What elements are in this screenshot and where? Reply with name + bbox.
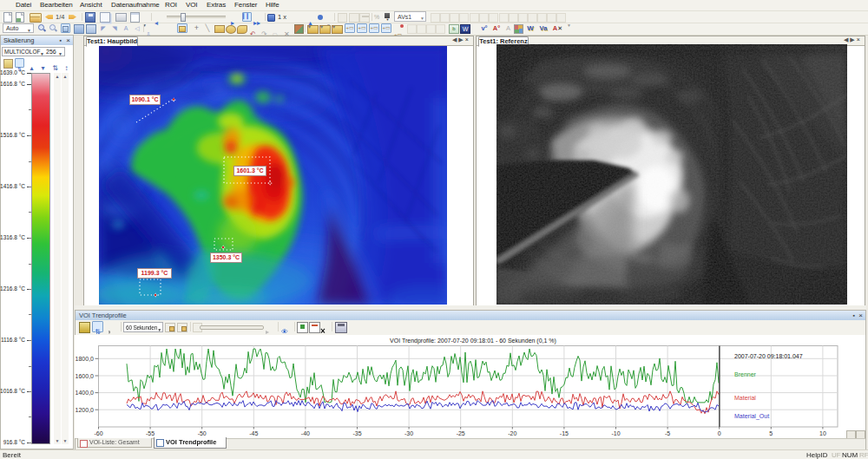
svg-text:2007-07-20 09:18:01.047: 2007-07-20 09:18:01.047 bbox=[734, 353, 803, 359]
svg-text:Brenner: Brenner bbox=[734, 371, 757, 377]
svg-text:-50: -50 bbox=[198, 430, 207, 436]
svg-text:1600,0: 1600,0 bbox=[76, 373, 95, 379]
svg-text:5: 5 bbox=[769, 430, 773, 436]
svg-text:1400,0: 1400,0 bbox=[76, 390, 95, 396]
svg-text:-60: -60 bbox=[94, 430, 102, 436]
svg-text:-25: -25 bbox=[457, 430, 465, 436]
svg-text:-20: -20 bbox=[508, 430, 516, 436]
svg-text:-15: -15 bbox=[560, 430, 569, 436]
svg-text:1200,0: 1200,0 bbox=[76, 407, 95, 413]
svg-text:-10: -10 bbox=[611, 430, 620, 436]
svg-text:-45: -45 bbox=[249, 430, 258, 436]
svg-text:-40: -40 bbox=[301, 430, 310, 436]
svg-text:Material: Material bbox=[734, 395, 756, 401]
svg-text:-55: -55 bbox=[146, 430, 155, 436]
svg-text:-35: -35 bbox=[352, 430, 361, 436]
svg-text:-30: -30 bbox=[404, 430, 413, 436]
svg-text:0: 0 bbox=[718, 430, 721, 436]
svg-text:10: 10 bbox=[819, 430, 826, 436]
svg-text:1800,0: 1800,0 bbox=[76, 356, 95, 362]
svg-text:VOI Trendprofile: 2007-07-20 0: VOI Trendprofile: 2007-07-20 09:18:01 - … bbox=[390, 338, 556, 344]
svg-text:-5: -5 bbox=[665, 430, 670, 436]
svg-text:Material_Out: Material_Out bbox=[734, 413, 769, 420]
